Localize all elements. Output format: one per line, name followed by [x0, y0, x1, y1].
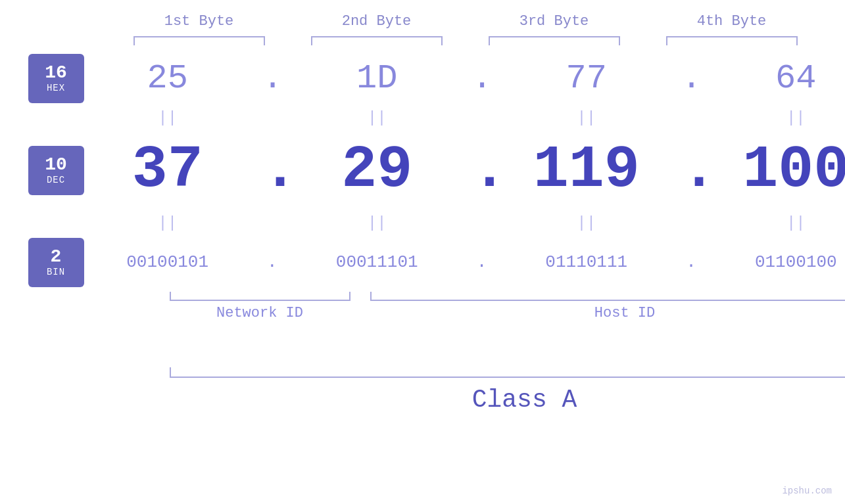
hex-val1: 25	[147, 59, 187, 98]
dec-val2: 29	[341, 137, 412, 204]
bracket-byte4	[666, 36, 798, 45]
hex-base-label: HEX	[47, 83, 65, 93]
top-bracket-row	[110, 36, 821, 45]
bracket-byte3	[489, 36, 620, 45]
dec-val1: 37	[132, 137, 203, 204]
hex-base-num: 16	[45, 63, 67, 83]
bin-row: 00100101 . 00011101 . 01110111 . 0110010…	[84, 236, 846, 288]
dot2-hex: .	[471, 59, 491, 98]
dec-byte3: 119	[514, 137, 659, 204]
eq2-b1: ||	[95, 214, 240, 232]
bin-val1: 00100101	[126, 252, 208, 272]
bin-byte3: 01110111	[514, 252, 659, 272]
network-id-label: Network ID	[170, 305, 350, 321]
dec-label-spacer: 10 DEC	[28, 131, 84, 210]
hex-label-spacer: 16 HEX	[28, 52, 84, 104]
eq1-b3: ||	[514, 109, 659, 127]
hex-base-box: 16 HEX	[28, 54, 84, 103]
eq1-b2: ||	[304, 109, 449, 127]
class-label: Class A	[170, 386, 846, 414]
bin-base-label: BIN	[47, 267, 65, 277]
dot1-bin: .	[262, 252, 282, 272]
byte-headers: 1st Byte 2nd Byte 3rd Byte 4th Byte	[110, 13, 821, 30]
dot1-dec: .	[262, 137, 282, 204]
bottom-brackets: Network ID Host ID	[170, 292, 846, 328]
bin-base-box: 2 BIN	[28, 238, 84, 287]
hex-byte3: 77	[514, 59, 659, 98]
main-container: 1st Byte 2nd Byte 3rd Byte 4th Byte 16 H…	[0, 0, 845, 504]
bin-byte4: 01100100	[723, 252, 845, 272]
dot1-hex: .	[262, 59, 282, 98]
dot3-hex: .	[681, 59, 701, 98]
hex-byte4: 64	[723, 59, 845, 98]
eq2-b4: ||	[723, 214, 845, 232]
dec-byte2: 29	[304, 137, 449, 204]
bin-byte1: 00100101	[95, 252, 240, 272]
rows-wrapper: 16 HEX 10 DEC 2 BIN	[28, 52, 817, 414]
dec-base-num: 10	[45, 155, 67, 175]
watermark: ipshu.com	[782, 486, 832, 496]
network-bracket	[170, 292, 350, 301]
dec-base-box: 10 DEC	[28, 146, 84, 195]
equals-row1: || || || ||	[84, 104, 846, 131]
dot3-dec: .	[681, 137, 701, 204]
dec-val4: 100	[742, 137, 845, 204]
bin-byte2: 00011101	[304, 252, 449, 272]
dot2-bin: .	[471, 252, 491, 272]
eq1-b4: ||	[723, 109, 845, 127]
equals-row2: || || || ||	[84, 210, 846, 236]
host-id-label: Host ID	[370, 305, 846, 321]
byte1-header: 1st Byte	[127, 13, 272, 30]
dot3-bin: .	[681, 252, 701, 272]
dec-base-label: DEC	[47, 175, 65, 185]
dec-val3: 119	[533, 137, 640, 204]
bin-val2: 00011101	[336, 252, 418, 272]
hex-val3: 77	[566, 59, 607, 98]
class-area: Class A	[170, 367, 846, 414]
byte2-header: 2nd Byte	[304, 13, 449, 30]
hex-row: 25 . 1D . 77 . 64	[84, 52, 846, 104]
hex-byte1: 25	[95, 59, 240, 98]
hex-byte2: 1D	[304, 59, 449, 98]
base-labels-col: 16 HEX 10 DEC 2 BIN	[28, 52, 84, 414]
bin-base-num: 2	[51, 247, 62, 267]
hex-val4: 64	[775, 59, 816, 98]
dec-byte4: 100	[723, 137, 845, 204]
hex-val2: 1D	[356, 59, 397, 98]
dot2-dec: .	[471, 137, 491, 204]
host-bracket	[370, 292, 846, 301]
content-col: 25 . 1D . 77 . 64 || ||	[84, 52, 846, 414]
byte4-header: 4th Byte	[660, 13, 804, 30]
dec-byte1: 37	[95, 137, 240, 204]
eq2-b3: ||	[514, 214, 659, 232]
bin-label-spacer: 2 BIN	[28, 236, 84, 288]
dec-row: 37 . 29 . 119 . 100	[84, 131, 846, 210]
byte3-header: 3rd Byte	[482, 13, 627, 30]
class-line	[170, 367, 846, 378]
bracket-byte2	[311, 36, 443, 45]
eq1-b1: ||	[95, 109, 240, 127]
bin-val3: 01110111	[545, 252, 627, 272]
eq2-b2: ||	[304, 214, 449, 232]
bin-val4: 01100100	[755, 252, 837, 272]
bracket-byte1	[133, 36, 265, 45]
